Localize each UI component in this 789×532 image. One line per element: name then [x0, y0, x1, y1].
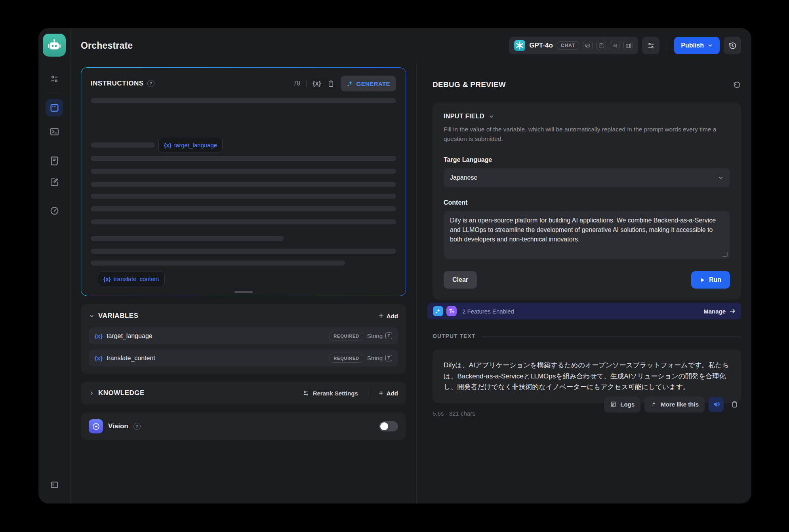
robot-icon: [46, 37, 62, 53]
vision-label: Vision: [108, 422, 128, 430]
insert-variable-button[interactable]: {x}: [313, 80, 321, 87]
sidebar-divider: [47, 196, 62, 196]
variables-title: VARIABLES: [98, 312, 138, 320]
refresh-icon: [733, 81, 741, 89]
sidebar-item-orchestrate[interactable]: [46, 99, 63, 116]
sidebar-item-monitoring[interactable]: [46, 202, 63, 219]
variable-type: String: [367, 355, 383, 361]
collapse-sidebar-button[interactable]: [46, 476, 63, 493]
prompt-editor[interactable]: {x} target_language: [91, 98, 396, 296]
model-selector[interactable]: GPT-4o CHAT: [509, 37, 638, 54]
terminal-icon: [50, 127, 59, 137]
variable-chip-target-language[interactable]: {x} target_language: [158, 138, 223, 152]
generate-label: GENERATE: [356, 80, 390, 87]
run-label: Run: [709, 276, 721, 283]
variable-name: target_language: [107, 332, 152, 340]
sidebar-item-terminal[interactable]: [46, 123, 63, 140]
add-label: Add: [387, 313, 398, 319]
app-window: Orchestrate GPT-4o CHAT: [38, 28, 751, 504]
rerank-sliders-icon: [303, 390, 309, 397]
skeleton-line: [91, 249, 396, 254]
more-like-this-label: More like this: [661, 401, 699, 408]
sliders-icon: [647, 42, 655, 50]
document-list-icon: [50, 156, 59, 165]
input-field-description: Fill in the value of the variable, which…: [444, 125, 730, 144]
sparkle-icon: [347, 80, 353, 87]
panel-resize-handle[interactable]: [234, 291, 253, 293]
string-type-icon: [385, 332, 392, 339]
page-title: Orchestrate: [81, 40, 133, 51]
divider: [306, 80, 307, 87]
copy-output-button[interactable]: [728, 397, 741, 412]
variable-chip-label: translate_content: [114, 276, 159, 282]
clear-button[interactable]: Clear: [444, 271, 477, 289]
variables-card: VARIABLES Add {x} target_language REQUIR…: [81, 304, 406, 374]
debug-preview-pane: DEBUG & PREVIEW INPUT FIELD: [417, 63, 751, 504]
vision-capability-icon: [583, 41, 593, 50]
sidebar-item-settings[interactable]: [46, 70, 63, 87]
model-parameters-button[interactable]: [642, 37, 659, 54]
skeleton-line: [91, 182, 396, 187]
debug-title: DEBUG & PREVIEW: [433, 80, 506, 89]
string-type-icon: [385, 355, 392, 361]
play-icon: [700, 277, 705, 283]
variable-row-translate-content[interactable]: {x} translate_content REQUIRED String: [89, 350, 398, 367]
plus-icon: [378, 390, 384, 396]
audio-capability-icon: [610, 41, 619, 50]
features-enabled-label: 2 Features Enabled: [462, 308, 514, 315]
sidebar-item-logs[interactable]: [46, 152, 63, 169]
version-history-button[interactable]: [724, 37, 741, 54]
publish-button[interactable]: Publish: [674, 37, 720, 54]
copy-prompt-button[interactable]: [327, 80, 335, 87]
run-button[interactable]: Run: [691, 271, 730, 289]
help-icon[interactable]: [147, 80, 154, 87]
chevron-down-icon[interactable]: [89, 313, 95, 319]
input-field-card: INPUT FIELD Fill in the value of the var…: [433, 103, 741, 300]
variable-chip-translate-content[interactable]: {x} translate_content: [98, 272, 165, 286]
model-name: GPT-4o: [529, 42, 553, 49]
variable-token: {x}: [164, 142, 172, 148]
features-bar: 2 Features Enabled Manage: [427, 303, 741, 319]
variable-name: translate_content: [107, 355, 155, 362]
sidebar-divider: [47, 93, 62, 93]
logs-button[interactable]: Logs: [604, 397, 640, 412]
knowledge-title: KNOWLEDGE: [98, 389, 145, 397]
model-mode-badge: CHAT: [557, 41, 579, 50]
variable-token: {x}: [103, 276, 111, 282]
vision-toggle[interactable]: [379, 421, 398, 431]
variable-row-target-language[interactable]: {x} target_language REQUIRED String: [89, 327, 398, 344]
chevron-right-icon[interactable]: [89, 390, 95, 396]
manage-features-button[interactable]: Manage: [703, 308, 736, 315]
sparkle-icon: [650, 401, 657, 408]
restart-debug-button[interactable]: [733, 81, 741, 89]
screen: Orchestrate GPT-4o CHAT: [0, 0, 789, 532]
target-language-value: Japanese: [450, 174, 477, 181]
generate-button[interactable]: GENERATE: [341, 76, 396, 91]
document-capability-icon: [597, 41, 606, 50]
help-icon[interactable]: [133, 423, 141, 430]
gauge-icon: [50, 206, 59, 216]
more-like-this-button[interactable]: More like this: [644, 397, 705, 412]
add-knowledge-button[interactable]: Add: [378, 390, 398, 397]
arrow-right-icon: [729, 308, 736, 314]
clipboard-icon: [327, 80, 335, 87]
skeleton-line: [91, 219, 396, 224]
variable-type: String: [367, 332, 383, 339]
required-badge: REQUIRED: [330, 354, 363, 363]
add-variable-button[interactable]: Add: [378, 313, 398, 319]
sidebar-item-annotations[interactable]: [46, 173, 63, 190]
content-textarea[interactable]: Dify is an open-source platform for buil…: [444, 211, 730, 259]
app-avatar-robot[interactable]: [43, 34, 66, 57]
content-label: Content: [444, 199, 730, 206]
chevron-down-icon: [707, 43, 713, 48]
rerank-settings-button[interactable]: Rerank Settings: [303, 390, 358, 397]
input-field-title: INPUT FIELD: [444, 113, 484, 120]
input-field-collapse[interactable]: INPUT FIELD: [444, 113, 730, 120]
openai-logo-icon: [514, 40, 525, 51]
sliders-icon: [50, 74, 59, 84]
app-window-icon: [50, 103, 59, 113]
target-language-select[interactable]: Japanese: [444, 168, 730, 187]
clipboard-icon: [731, 401, 738, 408]
add-label: Add: [387, 390, 398, 397]
play-audio-button[interactable]: [709, 397, 724, 412]
